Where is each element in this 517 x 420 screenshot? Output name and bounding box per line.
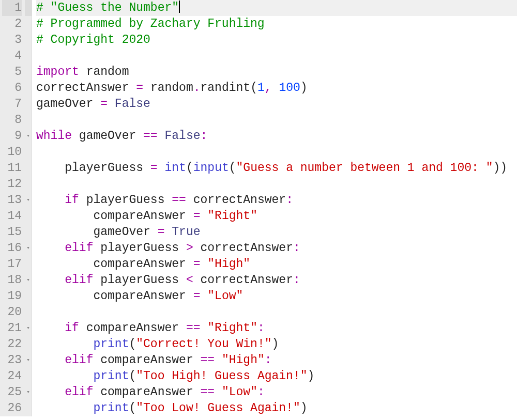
token-op: . (193, 81, 201, 95)
token-sp (79, 193, 86, 207)
code-line[interactable] (36, 112, 517, 128)
token-sp (158, 161, 165, 175)
token-op: : (257, 321, 265, 335)
line-number: 13 (2, 192, 22, 208)
line-number: 16 (2, 240, 22, 256)
code-line[interactable]: # Copyright 2020 (36, 32, 517, 48)
token-bool: False (164, 129, 200, 143)
code-line[interactable]: print("Correct! You Win!") (36, 336, 517, 352)
token-string: "Too High! Guess Again!" (136, 369, 307, 383)
token-keyword: if (65, 321, 79, 335)
token-name: gameOver (79, 129, 136, 143)
line-number: 11 (2, 160, 22, 176)
token-sp (158, 129, 165, 143)
line-number: 20 (2, 304, 22, 320)
fold-cell (25, 112, 32, 128)
token-keyword: import (36, 65, 79, 79)
code-line[interactable]: # Programmed by Zachary Fruhling (36, 16, 517, 32)
code-line[interactable]: compareAnswer = "High" (36, 256, 517, 272)
token-string: "High" (207, 257, 250, 271)
token-name: correctAnswer (193, 193, 286, 207)
token-string: "Too Low! Guess Again!" (136, 401, 300, 415)
fold-cell (25, 48, 32, 64)
fold-cell (25, 256, 32, 272)
code-line[interactable]: compareAnswer = "Right" (36, 208, 517, 224)
code-line[interactable]: gameOver = True (36, 224, 517, 240)
line-number: 12 (2, 176, 22, 192)
code-line[interactable]: # "Guess the Number" (36, 0, 517, 16)
code-line[interactable]: print("Too Low! Guess Again!") (36, 400, 517, 416)
code-line[interactable] (36, 176, 517, 192)
fold-toggle-icon[interactable]: ▾ (25, 240, 32, 256)
code-line[interactable]: import random (36, 64, 517, 80)
fold-toggle-icon[interactable]: ▾ (25, 128, 32, 144)
token-op: = (193, 209, 201, 223)
line-number: 1 (2, 0, 22, 16)
token-bool: True (172, 225, 200, 239)
token-sp (150, 225, 158, 239)
token-name: compareAnswer (86, 321, 179, 335)
token-paren: ( (129, 401, 136, 415)
token-number: 1 (257, 81, 265, 95)
token-op: : (293, 273, 300, 287)
token-string: "Guess a number between 1 and 100: " (236, 161, 493, 175)
token-sp (193, 241, 201, 255)
fold-cell (25, 208, 32, 224)
token-sp (136, 129, 143, 143)
code-editor[interactable]: # "Guess the Number"# Programmed by Zach… (32, 0, 517, 416)
token-op: : (257, 385, 265, 399)
line-number: 9 (2, 128, 22, 144)
code-line[interactable]: gameOver = False (36, 96, 517, 112)
code-line[interactable]: correctAnswer = random.randint(1, 100) (36, 80, 517, 96)
code-line[interactable] (36, 144, 517, 160)
code-line[interactable]: if compareAnswer == "Right": (36, 320, 517, 336)
token-sp (186, 193, 193, 207)
fold-toggle-icon[interactable]: ▾ (25, 384, 32, 400)
token-sp (108, 97, 115, 111)
code-line[interactable] (36, 48, 517, 64)
line-number: 5 (2, 64, 22, 80)
line-number: 25 (2, 384, 22, 400)
token-sp (201, 257, 208, 271)
fold-toggle-icon[interactable]: ▾ (25, 352, 32, 368)
token-comment: # Programmed by Zachary Fruhling (36, 17, 265, 30)
token-paren: ( (250, 81, 257, 95)
code-line[interactable]: compareAnswer = "Low" (36, 288, 517, 304)
code-line[interactable] (36, 304, 517, 320)
token-string: "High" (222, 353, 265, 367)
token-sp (93, 273, 100, 287)
token-name: playerGuess (100, 241, 179, 255)
code-line[interactable]: elif compareAnswer == "Low": (36, 384, 517, 400)
token-keyword: elif (65, 353, 93, 367)
code-line[interactable]: elif playerGuess < correctAnswer: (36, 272, 517, 288)
code-line[interactable]: playerGuess = int(input("Guess a number … (36, 160, 517, 176)
fold-toggle-icon[interactable]: ▾ (25, 320, 32, 336)
line-number: 3 (2, 32, 22, 48)
fold-toggle-icon[interactable]: ▾ (25, 272, 32, 288)
line-number-gutter: 1234567891011121314151617181920212223242… (0, 0, 25, 416)
code-line[interactable]: while gameOver == False: (36, 128, 517, 144)
token-op: = (193, 257, 201, 271)
line-number: 4 (2, 48, 22, 64)
code-line[interactable]: print("Too High! Guess Again!") (36, 368, 517, 384)
fold-cell (25, 160, 32, 176)
token-sp (201, 209, 208, 223)
token-string: "Low" (207, 289, 243, 303)
token-sp (129, 81, 136, 95)
code-line[interactable]: if playerGuess == correctAnswer: (36, 192, 517, 208)
token-sp (186, 289, 193, 303)
line-number: 7 (2, 96, 22, 112)
line-number: 15 (2, 224, 22, 240)
token-sp (93, 97, 100, 111)
code-line[interactable]: elif compareAnswer == "High": (36, 352, 517, 368)
token-keyword: elif (65, 273, 93, 287)
line-number: 19 (2, 288, 22, 304)
code-line[interactable]: elif playerGuess > correctAnswer: (36, 240, 517, 256)
token-name: compareAnswer (100, 353, 193, 367)
token-sp (164, 225, 172, 239)
token-sp (93, 241, 100, 255)
token-sp (93, 353, 100, 367)
token-sp (93, 385, 100, 399)
token-name: correctAnswer (201, 273, 293, 287)
fold-toggle-icon[interactable]: ▾ (25, 192, 32, 208)
